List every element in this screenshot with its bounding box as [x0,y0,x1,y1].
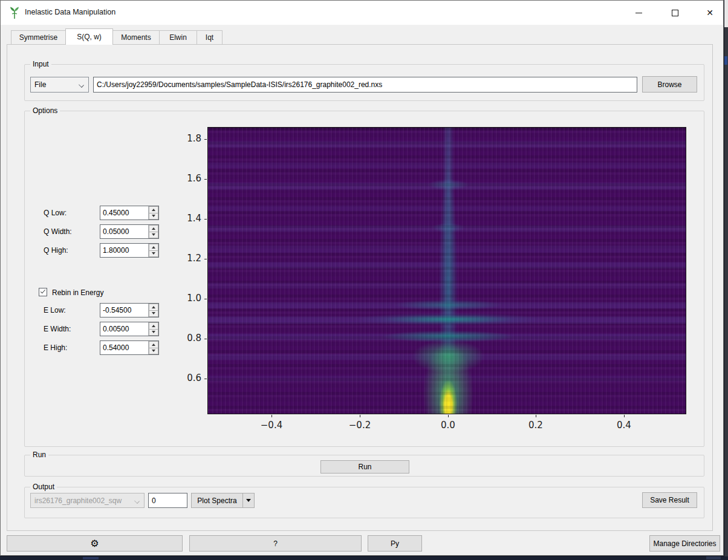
spectrum-index-input[interactable] [148,493,187,508]
q-high-label: Q High: [44,246,68,255]
q-high-spinbox[interactable] [100,243,159,258]
e-high-spin-down[interactable] [149,348,158,355]
minimize-icon [635,13,642,13]
y-tick [204,379,207,379]
chevron-down-icon [79,82,84,88]
tab-moments[interactable]: Moments [113,30,160,45]
chevron-down-icon [134,498,140,504]
gear-icon: ⚙ [90,539,99,549]
x-tick-label: −0.4 [253,420,290,431]
arrow-down-icon [152,252,155,255]
titlebar: Inelastic Data Manipulation ✕ [1,1,723,25]
options-group-label: Options [30,106,60,115]
y-tick [204,219,207,220]
arrow-up-icon [152,306,155,308]
maximize-button[interactable] [661,1,689,25]
e-high-label: E High: [44,343,67,352]
manage-directories-button[interactable]: Manage Directories [649,535,720,552]
e-low-label: E Low: [44,306,66,314]
q-low-spin-up[interactable] [149,206,158,213]
output-workspace-combobox: irs26176_graphite002_sqw [30,493,145,508]
q-width-spin-up[interactable] [149,225,158,232]
q-high-value[interactable] [100,244,148,257]
q-low-spin-down[interactable] [149,213,158,220]
tab-iqt[interactable]: Iqt [197,30,223,45]
input-source-combobox[interactable]: File [30,77,89,93]
q-width-spinbox[interactable] [100,224,159,239]
sqw-preview-plot[interactable]: 1.8 1.6 1.4 1.2 1.0 0.8 0.6 −0.4 −0.2 0.… [207,127,686,414]
background-edge [724,27,728,556]
input-group-label: Input [30,60,51,68]
arrow-down-icon [152,312,155,314]
y-tick [204,299,207,299]
x-tick [271,415,272,417]
e-low-spin-down[interactable] [149,311,158,317]
q-high-spin-down[interactable] [149,251,158,258]
check-icon [41,288,45,294]
q-low-value[interactable] [100,206,148,220]
q-width-spin-down[interactable] [149,232,158,239]
save-result-button[interactable]: Save Result [642,492,697,508]
e-high-spin-up[interactable] [149,341,158,348]
e-low-spin-up[interactable] [149,304,158,311]
python-export-button[interactable]: Py [368,535,422,552]
maximize-icon [672,10,678,16]
app-window: Inelastic Data Manipulation ✕ Symmetrise… [0,0,724,556]
e-low-spinbox[interactable] [100,303,159,317]
minimize-button[interactable] [625,1,652,25]
rebin-in-energy-checkbox[interactable] [39,288,47,296]
plot-spectra-dropdown-button[interactable] [242,493,255,508]
tab-sqw[interactable]: S(Q, w) [65,28,113,45]
q-low-spinbox[interactable] [100,206,159,220]
q-high-spin-up[interactable] [149,244,158,251]
arrow-down-icon [152,233,155,236]
q-low-label: Q Low: [44,209,67,217]
output-group-label: Output [30,483,57,491]
arrow-up-icon [152,209,155,211]
y-tick [204,339,207,339]
settings-button[interactable]: ⚙ [7,535,183,552]
e-high-spinbox[interactable] [100,340,159,355]
background-edge [0,556,728,560]
e-width-spin-up[interactable] [149,322,158,330]
background-edge [83,557,99,559]
e-width-spinbox[interactable] [100,322,159,336]
e-width-value[interactable] [100,322,148,336]
tab-elwin[interactable]: Elwin [160,30,197,45]
tab-bar: Symmetrise S(Q, w) Moments Elwin Iqt [11,28,223,45]
y-tick-label: 1.2 [165,253,201,264]
q-width-value[interactable] [100,225,148,238]
e-high-value[interactable] [100,341,148,354]
y-tick-label: 1.6 [165,173,201,184]
y-tick-label: 0.6 [165,373,201,383]
heatmap-canvas[interactable] [207,127,686,414]
file-path-input[interactable] [93,77,637,93]
arrow-up-icon [152,246,155,249]
x-tick [536,415,536,417]
close-button[interactable]: ✕ [696,1,724,25]
y-tick [204,139,207,140]
e-width-spin-down[interactable] [149,330,158,336]
e-width-label: E Width: [44,325,71,333]
y-tick [204,259,207,259]
y-tick-label: 1.8 [165,133,201,144]
x-tick-label: 0.4 [606,420,642,431]
input-source-value: File [34,80,46,89]
x-tick [448,415,449,417]
rebin-in-energy-label: Rebin in Energy [52,288,103,297]
tab-symmetrise[interactable]: Symmetrise [11,30,66,45]
help-button[interactable]: ? [189,535,362,552]
e-low-value[interactable] [100,304,148,317]
arrow-up-icon [152,227,155,230]
run-button[interactable]: Run [320,460,409,474]
y-tick-label: 1.4 [165,213,201,224]
y-tick-label: 0.8 [165,333,201,343]
y-tick [204,179,207,180]
browse-button[interactable]: Browse [642,76,697,93]
run-group-label: Run [30,451,48,459]
y-tick-label: 1.0 [165,293,201,304]
arrow-up-icon [152,325,155,327]
plot-spectra-button[interactable]: Plot Spectra [191,493,243,508]
x-tick-label: 0.0 [430,420,466,431]
background-edge [706,556,721,559]
